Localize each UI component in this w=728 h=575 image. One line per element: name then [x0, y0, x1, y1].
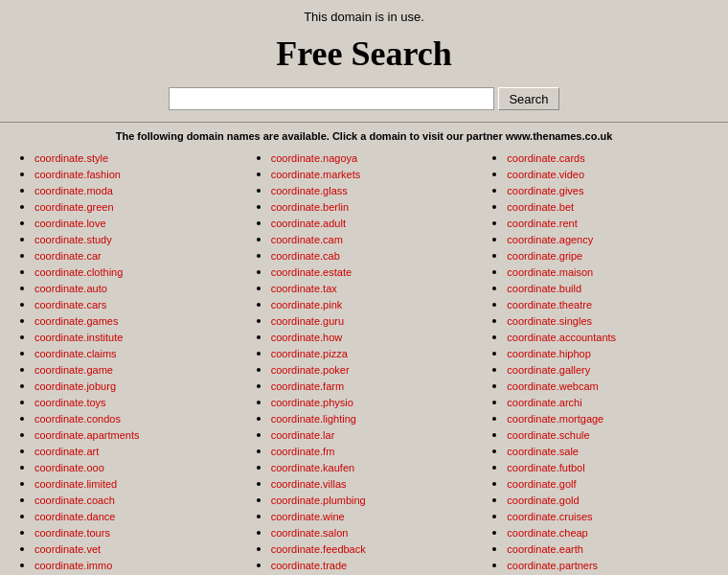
domain-link[interactable]: coordinate.partners: [507, 560, 598, 571]
domain-link[interactable]: coordinate.study: [34, 234, 112, 245]
domain-link[interactable]: coordinate.accountants: [507, 332, 616, 343]
domain-link[interactable]: coordinate.nagoya: [271, 152, 358, 164]
domain-link[interactable]: coordinate.hiphop: [507, 348, 590, 359]
page-title: Free Search: [0, 28, 728, 83]
domain-link[interactable]: coordinate.art: [34, 446, 99, 457]
domain-link[interactable]: coordinate.trade: [271, 560, 348, 571]
list-item: coordinate.rent: [507, 215, 709, 231]
domain-link[interactable]: coordinate.institute: [34, 332, 123, 343]
domain-link[interactable]: coordinate.cards: [507, 152, 584, 164]
domain-link[interactable]: coordinate.cam: [271, 234, 343, 245]
domain-link[interactable]: coordinate.futbol: [507, 462, 584, 473]
domain-link[interactable]: coordinate.cab: [271, 250, 340, 262]
domain-link[interactable]: coordinate.wine: [271, 511, 345, 522]
domain-link[interactable]: coordinate.physio: [271, 397, 353, 408]
domain-link[interactable]: coordinate.gripe: [507, 250, 582, 262]
domain-link[interactable]: coordinate.games: [34, 315, 118, 327]
domain-link[interactable]: coordinate.tax: [271, 283, 337, 294]
domain-link[interactable]: coordinate.farm: [271, 380, 344, 392]
domain-link[interactable]: coordinate.agency: [507, 234, 593, 245]
domain-link[interactable]: coordinate.video: [507, 169, 584, 180]
domain-link[interactable]: coordinate.plumbing: [271, 494, 366, 506]
domain-link[interactable]: coordinate.joburg: [34, 380, 116, 392]
domain-link[interactable]: coordinate.salon: [271, 527, 349, 539]
list-item: coordinate.earth: [507, 540, 709, 557]
domain-link[interactable]: coordinate.kaufen: [271, 462, 354, 473]
domain-link[interactable]: coordinate.theatre: [507, 299, 592, 310]
domain-link[interactable]: coordinate.dance: [34, 511, 115, 522]
domain-link[interactable]: coordinate.glass: [271, 185, 348, 196]
list-item: coordinate.nagoya: [271, 150, 473, 166]
list-item: coordinate.glass: [271, 182, 473, 198]
domain-link[interactable]: coordinate.maison: [507, 266, 593, 278]
list-item: coordinate.futbol: [507, 459, 709, 475]
domain-link[interactable]: coordinate.schule: [507, 429, 589, 441]
domain-link[interactable]: coordinate.auto: [34, 283, 107, 294]
list-item: coordinate.games: [34, 312, 237, 329]
domain-link[interactable]: coordinate.earth: [507, 543, 583, 555]
domain-link[interactable]: coordinate.markets: [271, 169, 361, 180]
list-item: coordinate.apartments: [34, 426, 237, 443]
domain-link[interactable]: coordinate.condos: [34, 413, 121, 425]
domain-link[interactable]: coordinate.rent: [507, 218, 577, 229]
domain-link[interactable]: coordinate.build: [507, 283, 581, 294]
domain-link[interactable]: coordinate.limited: [34, 478, 117, 490]
domain-link[interactable]: coordinate.gives: [507, 185, 583, 196]
domain-link[interactable]: coordinate.cheap: [507, 527, 587, 539]
domain-link[interactable]: coordinate.fm: [271, 446, 335, 457]
domain-link[interactable]: coordinate.apartments: [34, 429, 139, 441]
list-item: coordinate.art: [34, 443, 237, 459]
domain-link[interactable]: coordinate.how: [271, 332, 343, 343]
domain-link[interactable]: coordinate.guru: [271, 315, 344, 327]
domain-link[interactable]: coordinate.mortgage: [507, 413, 603, 425]
list-item: coordinate.fm: [271, 443, 473, 459]
domain-link[interactable]: coordinate.bet: [507, 201, 574, 213]
domain-link[interactable]: coordinate.vet: [34, 543, 101, 555]
list-item: coordinate.clothing: [34, 264, 237, 280]
domain-link[interactable]: coordinate.pizza: [271, 348, 348, 359]
domain-link[interactable]: coordinate.lar: [271, 429, 335, 441]
domain-link[interactable]: coordinate.game: [34, 364, 113, 376]
domain-link[interactable]: coordinate.claims: [34, 348, 117, 359]
list-item: coordinate.cam: [271, 231, 473, 247]
domain-link[interactable]: coordinate.estate: [271, 266, 352, 278]
domain-link[interactable]: coordinate.lighting: [271, 413, 356, 425]
domain-link[interactable]: coordinate.coach: [34, 494, 115, 506]
list-item: coordinate.theatre: [507, 296, 709, 312]
domain-link[interactable]: coordinate.moda: [34, 185, 113, 196]
domain-link[interactable]: coordinate.ooo: [34, 462, 104, 473]
domain-link[interactable]: coordinate.immo: [34, 560, 112, 571]
domain-link[interactable]: coordinate.pink: [271, 299, 343, 310]
domain-link[interactable]: coordinate.toys: [34, 397, 106, 408]
domain-link[interactable]: coordinate.adult: [271, 218, 346, 229]
domain-column-2: coordinate.cardscoordinate.videocoordina…: [482, 150, 718, 575]
domain-link[interactable]: coordinate.gallery: [507, 364, 590, 376]
domain-link[interactable]: coordinate.berlin: [271, 201, 349, 213]
domain-link[interactable]: coordinate.car: [34, 250, 102, 262]
domain-link[interactable]: coordinate.cruises: [507, 511, 592, 522]
domain-link[interactable]: coordinate.fashion: [34, 169, 121, 180]
domain-link[interactable]: coordinate.feedback: [271, 543, 366, 555]
domain-link[interactable]: coordinate.green: [34, 201, 114, 213]
domain-link[interactable]: coordinate.love: [34, 218, 106, 229]
domain-link[interactable]: coordinate.sale: [507, 446, 579, 457]
domain-link[interactable]: coordinate.style: [34, 152, 108, 164]
domain-link[interactable]: coordinate.webcam: [507, 380, 598, 392]
list-item: coordinate.wine: [271, 508, 473, 524]
list-item: coordinate.condos: [34, 410, 237, 426]
domain-link[interactable]: coordinate.singles: [507, 315, 592, 327]
search-button[interactable]: Search: [498, 87, 558, 110]
search-bar: Search: [0, 83, 728, 118]
domain-link[interactable]: coordinate.cars: [34, 299, 106, 310]
domain-link[interactable]: coordinate.villas: [271, 478, 347, 490]
domain-link[interactable]: coordinate.poker: [271, 364, 350, 376]
list-item: coordinate.auto: [34, 280, 237, 296]
list-item: coordinate.villas: [271, 475, 473, 492]
domain-link[interactable]: coordinate.gold: [507, 494, 579, 506]
list-item: coordinate.pink: [271, 296, 473, 312]
search-input[interactable]: [169, 87, 494, 110]
domain-link[interactable]: coordinate.golf: [507, 478, 576, 490]
domain-link[interactable]: coordinate.tours: [34, 527, 110, 539]
domain-link[interactable]: coordinate.archi: [507, 397, 581, 408]
domain-link[interactable]: coordinate.clothing: [34, 266, 123, 278]
